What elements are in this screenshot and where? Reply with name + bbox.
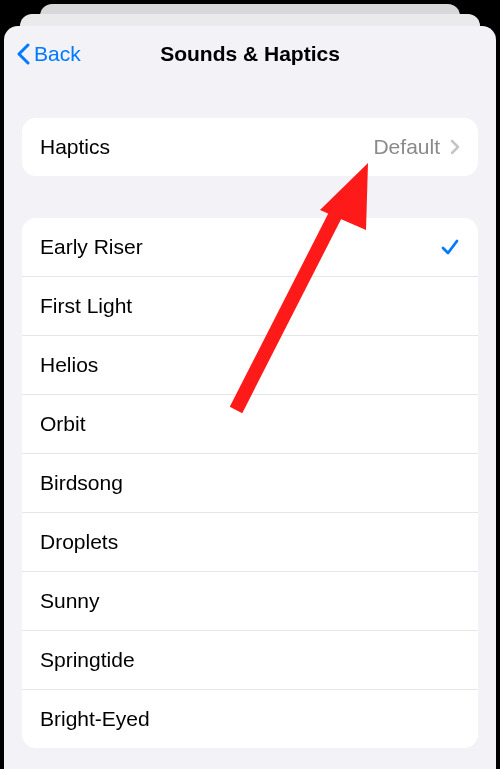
sound-label: Springtide bbox=[40, 648, 460, 672]
page-title: Sounds & Haptics bbox=[160, 42, 340, 66]
sound-label: First Light bbox=[40, 294, 460, 318]
sound-label: Early Riser bbox=[40, 235, 440, 259]
sound-row[interactable]: First Light bbox=[22, 277, 478, 336]
sound-row[interactable]: Birdsong bbox=[22, 454, 478, 513]
haptics-row[interactable]: Haptics Default bbox=[22, 118, 478, 176]
haptics-label: Haptics bbox=[40, 135, 373, 159]
sound-row[interactable]: Bright-Eyed bbox=[22, 690, 478, 748]
sounds-section: Early RiserFirst LightHeliosOrbitBirdson… bbox=[22, 218, 478, 748]
sound-row[interactable]: Early Riser bbox=[22, 218, 478, 277]
haptics-section: Haptics Default bbox=[22, 118, 478, 176]
sound-row[interactable]: Springtide bbox=[22, 631, 478, 690]
main-card: Back Sounds & Haptics Haptics Default Ea… bbox=[4, 26, 496, 769]
sound-label: Birdsong bbox=[40, 471, 460, 495]
back-label: Back bbox=[34, 42, 81, 66]
header: Back Sounds & Haptics bbox=[4, 26, 496, 82]
sound-row[interactable]: Orbit bbox=[22, 395, 478, 454]
sound-row[interactable]: Helios bbox=[22, 336, 478, 395]
sound-label: Helios bbox=[40, 353, 460, 377]
sound-label: Bright-Eyed bbox=[40, 707, 460, 731]
sound-label: Droplets bbox=[40, 530, 460, 554]
sound-label: Orbit bbox=[40, 412, 460, 436]
sound-label: Sunny bbox=[40, 589, 460, 613]
chevron-left-icon bbox=[16, 43, 30, 65]
chevron-right-icon bbox=[450, 139, 460, 155]
checkmark-icon bbox=[440, 237, 460, 257]
haptics-value: Default bbox=[373, 135, 440, 159]
sound-row[interactable]: Droplets bbox=[22, 513, 478, 572]
back-button[interactable]: Back bbox=[16, 42, 81, 66]
sound-row[interactable]: Sunny bbox=[22, 572, 478, 631]
